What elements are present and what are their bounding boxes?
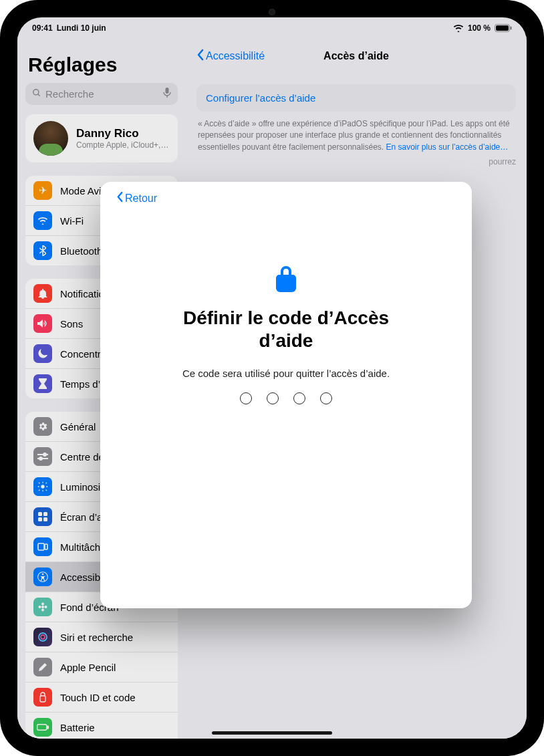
modal-title: Définir le code d’Accès d’aide: [179, 307, 393, 352]
set-passcode-modal: Retour Définir le code d’Accès d’aide Ce…: [100, 182, 472, 608]
passcode-dot: [240, 392, 252, 404]
passcode-field[interactable]: [240, 392, 332, 404]
screen: 09:41 Lundi 10 juin 100 % Réglages: [17, 17, 527, 739]
home-indicator[interactable]: [212, 731, 332, 735]
passcode-dot: [267, 392, 279, 404]
lock-icon: [273, 263, 299, 292]
chevron-left-icon: [116, 191, 124, 205]
modal-back-button[interactable]: Retour: [116, 191, 456, 205]
front-camera: [269, 9, 275, 15]
passcode-dot: [293, 392, 305, 404]
passcode-dot: [320, 392, 332, 404]
modal-back-label: Retour: [125, 193, 157, 205]
modal-subtitle: Ce code sera utilisé pour quitter l’accè…: [182, 368, 390, 379]
